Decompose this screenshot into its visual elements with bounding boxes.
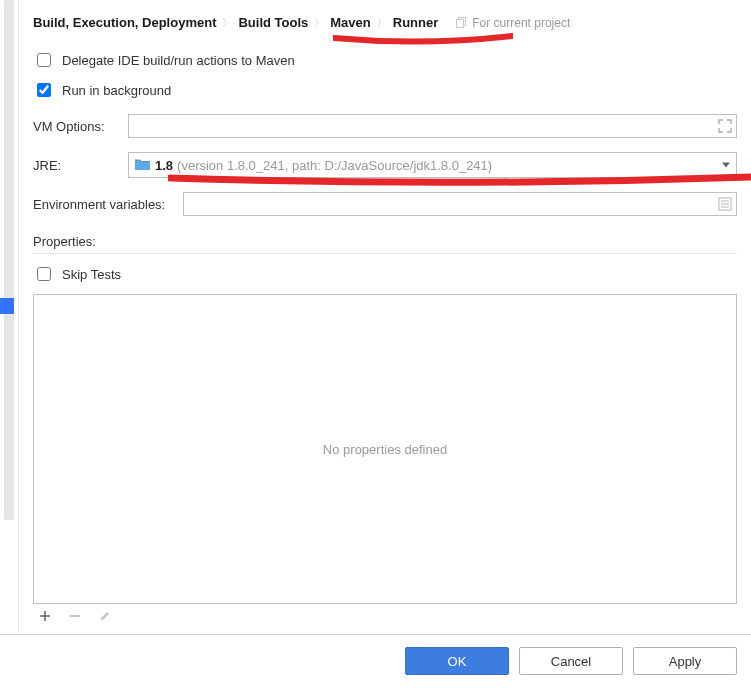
chevron-down-icon (722, 163, 730, 168)
copy-icon (456, 17, 468, 29)
delegate-label: Delegate IDE build/run actions to Maven (62, 53, 295, 68)
crumb-runner[interactable]: Runner (393, 14, 439, 32)
remove-button[interactable] (67, 608, 83, 624)
expand-icon[interactable] (718, 119, 732, 133)
skip-tests-row[interactable]: Skip Tests (33, 264, 737, 284)
crumb-build-tools[interactable]: Build Tools (238, 14, 308, 32)
env-row: Environment variables: (33, 192, 737, 216)
properties-table[interactable]: No properties defined (33, 294, 737, 604)
properties-toolbar (33, 608, 737, 624)
project-scope-tag: For current project (456, 14, 570, 32)
breadcrumb: Build, Execution, Deployment 〉 Build Too… (33, 14, 737, 32)
add-button[interactable] (37, 608, 53, 624)
plus-icon (39, 610, 51, 622)
crumb-maven[interactable]: Maven (330, 14, 370, 32)
scrollbar-track[interactable] (4, 0, 14, 520)
vm-options-label: VM Options: (33, 119, 118, 134)
annotation-red-underline (333, 32, 513, 50)
jre-label: JRE: (33, 158, 118, 173)
properties-section-label: Properties: (33, 234, 737, 254)
background-label: Run in background (62, 83, 171, 98)
pencil-icon (99, 610, 111, 622)
minus-icon (69, 610, 81, 622)
chevron-right-icon: 〉 (222, 14, 232, 32)
selected-tree-indicator (0, 298, 14, 314)
list-icon[interactable] (718, 197, 732, 211)
edit-button[interactable] (97, 608, 113, 624)
env-input[interactable] (183, 192, 737, 216)
background-checkbox[interactable] (37, 83, 51, 97)
chevron-right-icon: 〉 (314, 14, 324, 32)
background-checkbox-row[interactable]: Run in background (33, 80, 737, 100)
crumb-build-execution-deployment[interactable]: Build, Execution, Deployment (33, 14, 216, 32)
vm-options-row: VM Options: (33, 114, 737, 138)
env-label: Environment variables: (33, 197, 173, 212)
skip-tests-label: Skip Tests (62, 267, 121, 282)
jre-selected-detail: (version 1.8.0_241, path: D:/JavaSource/… (177, 158, 492, 173)
folder-icon (135, 159, 151, 171)
settings-tree-scroll-strip (0, 0, 19, 634)
cancel-button[interactable]: Cancel (519, 647, 623, 675)
dialog-footer: OK Cancel Apply (0, 634, 751, 689)
ok-button[interactable]: OK (405, 647, 509, 675)
apply-button[interactable]: Apply (633, 647, 737, 675)
jre-row: JRE: 1.8 (version 1.8.0_241, path: D:/Ja… (33, 152, 737, 178)
jre-selected-short: 1.8 (155, 158, 173, 173)
vm-options-input[interactable] (128, 114, 737, 138)
delegate-checkbox[interactable] (37, 53, 51, 67)
skip-tests-checkbox[interactable] (37, 267, 51, 281)
jre-dropdown[interactable]: 1.8 (version 1.8.0_241, path: D:/JavaSou… (128, 152, 737, 178)
svg-rect-1 (457, 20, 464, 28)
delegate-checkbox-row[interactable]: Delegate IDE build/run actions to Maven (33, 50, 737, 70)
properties-empty-text: No properties defined (323, 442, 447, 457)
project-scope-text: For current project (472, 14, 570, 32)
chevron-right-icon: 〉 (377, 14, 387, 32)
